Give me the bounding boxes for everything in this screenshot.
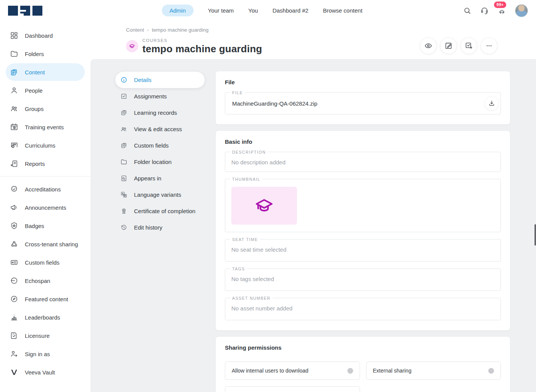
headset-icon[interactable] (480, 6, 489, 15)
sidebar-item-label: People (25, 87, 43, 94)
toggle-external-sharing[interactable]: External sharing (366, 361, 501, 380)
course-type-badge (126, 40, 138, 52)
breadcrumb-content[interactable]: Content (126, 27, 144, 33)
thumbnail-field[interactable]: THUMBNAIL (225, 179, 501, 232)
tab-your-team[interactable]: Your team (208, 5, 234, 16)
toggle-allow-internal-download[interactable]: Allow internal users to download (225, 361, 360, 380)
toggle-off-indicator[interactable] (347, 368, 353, 374)
history-clock-icon (120, 224, 128, 231)
sidebar-item-dashboard[interactable]: Dashboard (6, 27, 85, 44)
sidebar-item-groups[interactable]: Groups (6, 100, 85, 117)
people-icon (120, 125, 128, 133)
tab-browse-content[interactable]: Browse content (323, 5, 362, 16)
nav-language-variants[interactable]: Language variants (115, 186, 205, 203)
nav-item-label: Learning records (134, 109, 177, 116)
doc-search-icon (120, 175, 128, 182)
sidebar-item-folders[interactable]: Folders (6, 45, 85, 63)
sidebar-item-curriculums[interactable]: Curriculums (6, 137, 85, 154)
seat-time-placeholder: No seat time selected (231, 246, 494, 253)
sidebar-item-label: Curriculums (25, 142, 55, 149)
toggle-off-indicator[interactable] (488, 368, 494, 374)
nav-view-edit-access[interactable]: View & edit access (115, 121, 205, 137)
download-button[interactable] (484, 96, 499, 111)
file-field-label: FILE (230, 90, 245, 95)
translate-icon (120, 191, 128, 198)
content-pages-icon (10, 68, 19, 76)
description-placeholder: No description added (231, 159, 494, 165)
nav-item-label: Folder location (134, 159, 171, 165)
sidebar-item-featured-content[interactable]: Featured content (6, 290, 85, 308)
nav-item-label: Details (134, 77, 152, 83)
sidebar-item-label: Reports (25, 161, 45, 167)
notification-badge: 99+ (494, 2, 506, 8)
groups-icon (10, 104, 19, 113)
nav-item-label: Language variants (134, 191, 181, 198)
download-icon (488, 100, 496, 107)
sidebar-item-echospan[interactable]: Echospan (6, 272, 85, 289)
nav-folder-location[interactable]: Folder location (115, 154, 205, 170)
stacked-docs-icon (120, 142, 128, 149)
details-cards: File FILE MachineGuarding-QA-062824.zip … (215, 71, 510, 392)
more-options-button[interactable] (481, 37, 497, 54)
nav-assignments[interactable]: Assignments (115, 88, 205, 104)
sidebar-item-sign-in-as[interactable]: Sign in as (6, 345, 85, 363)
tags-placeholder: No tags selected (231, 276, 494, 282)
search-icon[interactable] (463, 6, 471, 15)
sidebar-item-leaderboards[interactable]: Leaderboards (6, 308, 85, 326)
folder-icon (120, 158, 128, 165)
badge-shield-icon (10, 222, 19, 230)
graduation-cap-icon (253, 195, 275, 217)
megaphone-icon (10, 203, 19, 212)
sharing-permissions-card: Sharing permissions Allow internal users… (215, 336, 510, 392)
nav-item-label: Certificate of completion (134, 208, 195, 214)
assign-button[interactable] (460, 37, 477, 54)
tab-dashboard-2[interactable]: Dashboard #2 (273, 5, 308, 16)
sidebar-item-accreditations[interactable]: Accreditations (6, 180, 85, 198)
company-logo[interactable] (8, 6, 42, 16)
toggle-label: External sharing (373, 368, 412, 374)
nav-edit-history[interactable]: Edit history (115, 219, 205, 236)
asset-number-field[interactable]: ASSET NUMBER No asset number added (225, 298, 501, 320)
page-title: tempo machine guarding (142, 43, 262, 55)
nav-appears-in[interactable]: Appears in (115, 170, 205, 186)
description-field[interactable]: DESCRIPTION No description added (225, 152, 501, 172)
sidebar-item-label: Accreditations (25, 186, 61, 193)
sidebar-item-cross-tenant-sharing[interactable]: Cross-tenant sharing (6, 235, 85, 253)
sidebar-item-content[interactable]: Content (6, 63, 85, 81)
nav-item-label: Custom fields (134, 142, 169, 149)
sidebar-item-people[interactable]: People (6, 82, 85, 99)
sidebar-item-custom-fields[interactable]: Custom fields (6, 254, 85, 271)
user-avatar[interactable] (515, 4, 528, 17)
company-logo-icon (8, 6, 42, 16)
tags-field[interactable]: TAGS No tags selected (225, 268, 501, 291)
nav-details[interactable]: Details (115, 72, 205, 88)
sidebar-item-announcements[interactable]: Announcements (6, 199, 85, 216)
sidebar-item-training-events[interactable]: Training events (6, 118, 85, 136)
sidebar-item-badges[interactable]: Badges (6, 217, 85, 235)
sidebar-item-label: Echospan (25, 278, 50, 284)
person-arrow-icon (10, 350, 19, 358)
sharing-toggle-grid: Allow internal users to download Externa… (225, 361, 501, 392)
topbar-utilities: 99+ (463, 0, 528, 21)
toggle-allow-external-download[interactable]: Allow external users to download (225, 386, 360, 392)
notifications-bell-icon[interactable]: 99+ (497, 6, 506, 15)
nav-learning-records[interactable]: Learning records (115, 104, 205, 121)
page-scrollbar-thumb[interactable] (534, 224, 536, 246)
nav-certificate-of-completion[interactable]: Certificate of completion (115, 203, 205, 219)
sidebar-item-veeva-vault[interactable]: Veeva Vault (6, 363, 85, 381)
nav-custom-fields[interactable]: Custom fields (115, 137, 205, 154)
seat-time-field-label: SEAT TIME (230, 237, 260, 242)
person-icon (10, 86, 19, 95)
sidebar-item-licensure[interactable]: Licensure (6, 327, 85, 344)
file-card-title: File (225, 79, 501, 85)
thumbnail-preview[interactable] (231, 187, 297, 225)
tab-you[interactable]: You (248, 5, 258, 16)
sidebar-item-label: Veeva Vault (25, 369, 55, 376)
seat-time-field[interactable]: SEAT TIME No seat time selected (225, 239, 501, 262)
file-field: FILE MachineGuarding-QA-062824.zip (225, 92, 501, 114)
tab-admin[interactable]: Admin (162, 5, 194, 16)
preview-eye-button[interactable] (420, 37, 437, 54)
edit-pencil-button[interactable] (440, 37, 457, 54)
nav-item-label: Appears in (134, 175, 161, 182)
sidebar-item-reports[interactable]: Reports (6, 155, 85, 172)
